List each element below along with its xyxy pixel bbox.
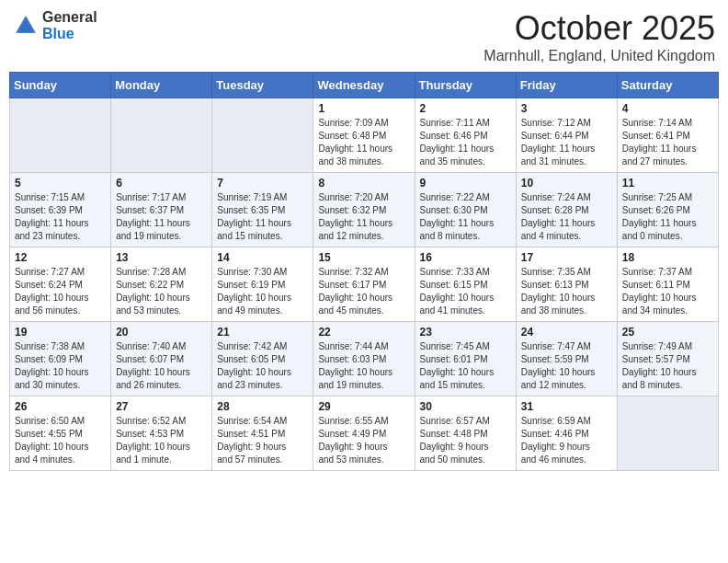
day-content: Sunrise: 7:40 AM Sunset: 6:07 PM Dayligh… (116, 340, 207, 392)
day-number: 2 (420, 102, 511, 115)
day-content: Sunrise: 6:52 AM Sunset: 4:53 PM Dayligh… (116, 415, 207, 466)
calendar-cell: 4Sunrise: 7:14 AM Sunset: 6:41 PM Daylig… (617, 98, 718, 173)
calendar-cell: 3Sunrise: 7:12 AM Sunset: 6:44 PM Daylig… (516, 98, 617, 173)
weekday-header-row: SundayMondayTuesdayWednesdayThursdayFrid… (10, 73, 719, 98)
weekday-header-sunday: Sunday (10, 73, 111, 98)
day-content: Sunrise: 6:57 AM Sunset: 4:48 PM Dayligh… (420, 415, 511, 466)
day-content: Sunrise: 7:14 AM Sunset: 6:41 PM Dayligh… (622, 117, 713, 168)
calendar-cell: 16Sunrise: 7:33 AM Sunset: 6:15 PM Dayli… (415, 247, 516, 322)
calendar-cell: 19Sunrise: 7:38 AM Sunset: 6:09 PM Dayli… (10, 322, 111, 396)
day-content: Sunrise: 7:47 AM Sunset: 5:59 PM Dayligh… (521, 340, 612, 392)
weekday-header-wednesday: Wednesday (313, 73, 415, 98)
day-number: 13 (116, 251, 207, 264)
page-header: General Blue October 2025 Marnhull, Engl… (9, 9, 719, 64)
day-content: Sunrise: 7:15 AM Sunset: 6:39 PM Dayligh… (15, 191, 106, 243)
day-content: Sunrise: 6:59 AM Sunset: 4:46 PM Dayligh… (521, 415, 612, 466)
calendar-cell: 2Sunrise: 7:11 AM Sunset: 6:46 PM Daylig… (415, 98, 516, 173)
day-content: Sunrise: 7:25 AM Sunset: 6:26 PM Dayligh… (622, 191, 713, 243)
day-content: Sunrise: 7:12 AM Sunset: 6:44 PM Dayligh… (521, 117, 612, 168)
calendar-cell: 17Sunrise: 7:35 AM Sunset: 6:13 PM Dayli… (516, 247, 617, 322)
day-number: 18 (622, 251, 713, 264)
day-content: Sunrise: 7:22 AM Sunset: 6:30 PM Dayligh… (420, 191, 511, 243)
day-content: Sunrise: 7:20 AM Sunset: 6:32 PM Dayligh… (318, 191, 409, 243)
day-number: 15 (318, 251, 409, 264)
weekday-header-thursday: Thursday (415, 73, 516, 98)
day-number: 7 (217, 177, 308, 190)
day-content: Sunrise: 7:38 AM Sunset: 6:09 PM Dayligh… (15, 340, 106, 392)
day-number: 8 (318, 177, 409, 190)
day-content: Sunrise: 7:09 AM Sunset: 6:48 PM Dayligh… (318, 117, 409, 168)
day-content: Sunrise: 6:54 AM Sunset: 4:51 PM Dayligh… (217, 415, 308, 466)
calendar-cell: 6Sunrise: 7:17 AM Sunset: 6:37 PM Daylig… (111, 173, 212, 247)
day-content: Sunrise: 7:28 AM Sunset: 6:22 PM Dayligh… (116, 266, 207, 317)
day-number: 21 (217, 326, 308, 339)
title-block: October 2025 Marnhull, England, United K… (483, 9, 715, 64)
calendar-cell: 23Sunrise: 7:45 AM Sunset: 6:01 PM Dayli… (415, 322, 516, 396)
weekday-header-saturday: Saturday (617, 73, 718, 98)
calendar-cell (111, 98, 212, 173)
day-content: Sunrise: 7:49 AM Sunset: 5:57 PM Dayligh… (622, 340, 713, 392)
calendar-cell: 9Sunrise: 7:22 AM Sunset: 6:30 PM Daylig… (415, 173, 516, 247)
calendar-cell: 30Sunrise: 6:57 AM Sunset: 4:48 PM Dayli… (415, 396, 516, 471)
day-number: 9 (420, 177, 511, 190)
logo-general: General (42, 9, 97, 26)
calendar-cell: 14Sunrise: 7:30 AM Sunset: 6:19 PM Dayli… (212, 247, 313, 322)
day-number: 29 (318, 400, 409, 413)
day-number: 24 (521, 326, 612, 339)
day-number: 12 (15, 251, 106, 264)
day-number: 16 (420, 251, 511, 264)
calendar-cell: 13Sunrise: 7:28 AM Sunset: 6:22 PM Dayli… (111, 247, 212, 322)
calendar-cell: 11Sunrise: 7:25 AM Sunset: 6:26 PM Dayli… (617, 173, 718, 247)
day-number: 20 (116, 326, 207, 339)
day-number: 30 (420, 400, 511, 413)
weekday-header-friday: Friday (516, 73, 617, 98)
day-number: 28 (217, 400, 308, 413)
day-content: Sunrise: 7:44 AM Sunset: 6:03 PM Dayligh… (318, 340, 409, 392)
day-content: Sunrise: 7:37 AM Sunset: 6:11 PM Dayligh… (622, 266, 713, 317)
day-content: Sunrise: 6:55 AM Sunset: 4:49 PM Dayligh… (318, 415, 409, 466)
calendar-cell: 26Sunrise: 6:50 AM Sunset: 4:55 PM Dayli… (10, 396, 111, 471)
weekday-header-monday: Monday (111, 73, 212, 98)
calendar-cell: 20Sunrise: 7:40 AM Sunset: 6:07 PM Dayli… (111, 322, 212, 396)
calendar-cell (212, 98, 313, 173)
day-content: Sunrise: 7:32 AM Sunset: 6:17 PM Dayligh… (318, 266, 409, 317)
calendar-cell: 18Sunrise: 7:37 AM Sunset: 6:11 PM Dayli… (617, 247, 718, 322)
day-number: 14 (217, 251, 308, 264)
calendar-cell: 27Sunrise: 6:52 AM Sunset: 4:53 PM Dayli… (111, 396, 212, 471)
day-number: 1 (318, 102, 409, 115)
day-content: Sunrise: 7:24 AM Sunset: 6:28 PM Dayligh… (521, 191, 612, 243)
day-number: 5 (15, 177, 106, 190)
calendar-cell: 25Sunrise: 7:49 AM Sunset: 5:57 PM Dayli… (617, 322, 718, 396)
week-row-1: 1Sunrise: 7:09 AM Sunset: 6:48 PM Daylig… (10, 98, 719, 173)
calendar-cell: 24Sunrise: 7:47 AM Sunset: 5:59 PM Dayli… (516, 322, 617, 396)
week-row-3: 12Sunrise: 7:27 AM Sunset: 6:24 PM Dayli… (10, 247, 719, 322)
day-number: 3 (521, 102, 612, 115)
calendar-cell: 8Sunrise: 7:20 AM Sunset: 6:32 PM Daylig… (313, 173, 415, 247)
logo-icon (13, 13, 39, 39)
calendar-cell: 22Sunrise: 7:44 AM Sunset: 6:03 PM Dayli… (313, 322, 415, 396)
day-content: Sunrise: 7:11 AM Sunset: 6:46 PM Dayligh… (420, 117, 511, 168)
month-title: October 2025 (483, 9, 715, 48)
day-content: Sunrise: 7:33 AM Sunset: 6:15 PM Dayligh… (420, 266, 511, 317)
calendar-cell: 15Sunrise: 7:32 AM Sunset: 6:17 PM Dayli… (313, 247, 415, 322)
calendar-cell: 7Sunrise: 7:19 AM Sunset: 6:35 PM Daylig… (212, 173, 313, 247)
day-content: Sunrise: 7:17 AM Sunset: 6:37 PM Dayligh… (116, 191, 207, 243)
calendar-table: SundayMondayTuesdayWednesdayThursdayFrid… (9, 72, 719, 471)
calendar-cell: 1Sunrise: 7:09 AM Sunset: 6:48 PM Daylig… (313, 98, 415, 173)
day-number: 4 (622, 102, 713, 115)
calendar-cell: 28Sunrise: 6:54 AM Sunset: 4:51 PM Dayli… (212, 396, 313, 471)
logo: General Blue (13, 9, 97, 41)
day-number: 26 (15, 400, 106, 413)
day-content: Sunrise: 7:42 AM Sunset: 6:05 PM Dayligh… (217, 340, 308, 392)
calendar-cell: 31Sunrise: 6:59 AM Sunset: 4:46 PM Dayli… (516, 396, 617, 471)
calendar-cell: 29Sunrise: 6:55 AM Sunset: 4:49 PM Dayli… (313, 396, 415, 471)
week-row-4: 19Sunrise: 7:38 AM Sunset: 6:09 PM Dayli… (10, 322, 719, 396)
calendar-cell: 21Sunrise: 7:42 AM Sunset: 6:05 PM Dayli… (212, 322, 313, 396)
day-content: Sunrise: 7:19 AM Sunset: 6:35 PM Dayligh… (217, 191, 308, 243)
calendar-cell: 12Sunrise: 7:27 AM Sunset: 6:24 PM Dayli… (10, 247, 111, 322)
day-content: Sunrise: 6:50 AM Sunset: 4:55 PM Dayligh… (15, 415, 106, 466)
day-number: 11 (622, 177, 713, 190)
week-row-2: 5Sunrise: 7:15 AM Sunset: 6:39 PM Daylig… (10, 173, 719, 247)
day-number: 31 (521, 400, 612, 413)
day-number: 22 (318, 326, 409, 339)
